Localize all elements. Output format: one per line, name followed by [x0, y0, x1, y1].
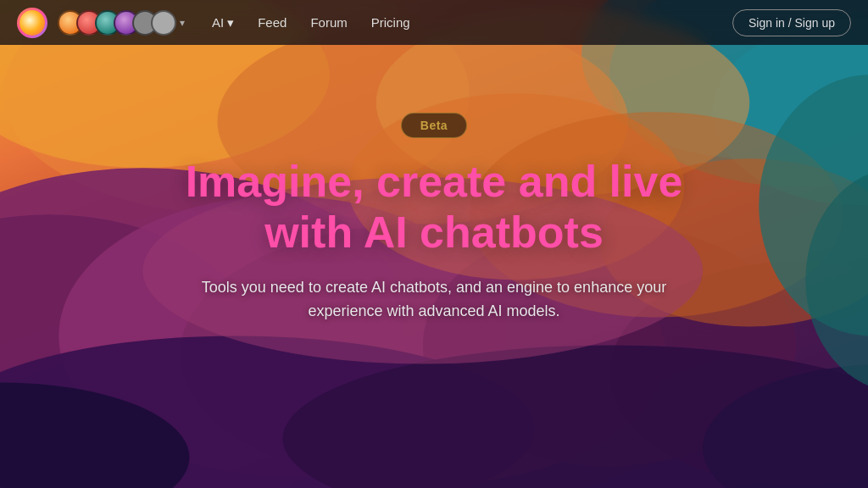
avatar-group: ▾ [58, 10, 185, 36]
nav-link-pricing[interactable]: Pricing [371, 15, 410, 30]
avatar-6 [151, 10, 176, 36]
navbar-right: Sign in / Sign up [732, 9, 851, 36]
nav-link-ai[interactable]: AI ▾ [212, 15, 234, 30]
navbar: ▾ AI ▾ Feed Forum Pricing Sign in / Sign… [0, 0, 868, 45]
logo-icon [19, 10, 45, 36]
hero-title-line1: Imagine, create and live [186, 157, 683, 206]
hero-subtitle: Tools you need to create AI chatbots, an… [180, 275, 688, 324]
hero-title-line2: with AI chatbots [264, 208, 604, 257]
hero-title: Imagine, create and live with AI chatbot… [186, 157, 683, 258]
sign-in-button[interactable]: Sign in / Sign up [732, 9, 851, 36]
avatar-dropdown-icon[interactable]: ▾ [180, 17, 185, 29]
nav-ai-label: AI [212, 15, 224, 30]
nav-forum-label: Forum [310, 15, 347, 30]
hero-section: Beta Imagine, create and live with AI ch… [0, 45, 868, 488]
navbar-left: ▾ AI ▾ Feed Forum Pricing [17, 8, 410, 38]
nav-link-feed[interactable]: Feed [258, 15, 287, 30]
nav-link-forum[interactable]: Forum [310, 15, 347, 30]
nav-feed-label: Feed [258, 15, 287, 30]
nav-links: AI ▾ Feed Forum Pricing [212, 15, 410, 30]
beta-badge: Beta [401, 113, 467, 138]
ai-dropdown-icon: ▾ [227, 15, 234, 30]
logo[interactable] [17, 8, 47, 38]
nav-pricing-label: Pricing [371, 15, 410, 30]
